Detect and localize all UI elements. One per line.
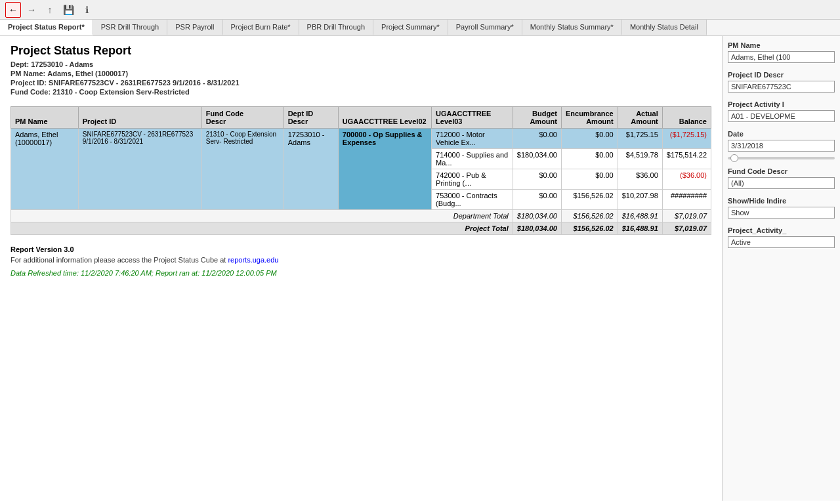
dept-total-balance: $7,019.07: [662, 210, 711, 222]
cell-fund-code: 21310 - Coop Extension Serv- Restricted: [201, 129, 284, 210]
filter-label-6: Project_Activity_: [728, 226, 835, 234]
report-content: Project Status Report Dept: 17253010 - A…: [0, 36, 722, 501]
pm-name-meta: PM Name: Adams, Ethel (1000017): [10, 70, 711, 77]
filter-section-6: Project_Activity_Active: [728, 226, 835, 248]
filter-label-0: PM Name: [728, 41, 835, 49]
dept-total-encumbrance: $156,526.02: [561, 210, 618, 222]
tab-project-summary[interactable]: Project Summary*: [373, 20, 448, 35]
filter-section-4: Fund Code Descr(All): [728, 167, 835, 189]
cell-encumbrance: $0.00: [561, 129, 618, 149]
project-total-budget: $180,034.00: [513, 222, 561, 235]
report-timestamp: Data Refreshed time: 11/2/2020 7:46:20 A…: [10, 269, 711, 277]
fund-code-value: 21310 - Coop Extension Serv-Restricted: [52, 88, 189, 96]
col-level02: UGAACCTTREE Level02: [338, 107, 431, 129]
cell-encumbrance: $156,526.02: [561, 190, 618, 210]
filter-input-1[interactable]: SNIFARE677523C: [728, 81, 835, 93]
col-budget: BudgetAmount: [513, 107, 561, 129]
tab-psr-drill-through[interactable]: PSR Drill Through: [93, 20, 167, 35]
filter-section-0: PM NameAdams, Ethel (100: [728, 41, 835, 63]
project-id-label: Project ID:: [10, 79, 47, 87]
project-id-meta: Project ID: SNIFARE677523CV - 2631RE6775…: [10, 79, 711, 87]
cell-balance: $175,514.22: [662, 149, 711, 169]
cell-balance: #########: [662, 190, 711, 210]
save-button[interactable]: 💾: [60, 2, 76, 18]
filter-label-5: Show/Hide Indire: [728, 197, 835, 205]
cell-level02: 700000 - Op Supplies & Expenses: [338, 129, 431, 210]
filter-input-4[interactable]: (All): [728, 177, 835, 189]
tab-monthly-status-summary[interactable]: Monthly Status Summary*: [522, 20, 622, 35]
filter-label-4: Fund Code Descr: [728, 167, 835, 175]
report-note: For additional information please access…: [10, 256, 711, 264]
cell-level03: 714000 - Supplies and Ma...: [432, 149, 513, 169]
fund-code-label: Fund Code:: [10, 88, 51, 96]
dept-total-label: Department Total: [11, 210, 513, 222]
cell-balance: ($36.00): [662, 169, 711, 190]
tab-project-burn-rate[interactable]: Project Burn Rate*: [223, 20, 299, 35]
reports-link[interactable]: reports.uga.edu: [228, 256, 278, 264]
cell-level03: 753000 - Contracts (Budg...: [432, 190, 513, 210]
filter-input-2[interactable]: A01 - DEVELOPME: [728, 110, 835, 122]
project-total-encumbrance: $156,526.02: [561, 222, 618, 235]
filter-label-1: Project ID Descr: [728, 71, 835, 79]
cell-budget: $0.00: [513, 190, 561, 210]
filter-input-3[interactable]: 3/31/2018: [728, 140, 835, 152]
filter-section-3: Date3/31/2018: [728, 130, 835, 159]
dept-label: Dept:: [10, 60, 29, 68]
col-balance: Balance: [662, 107, 711, 129]
cell-actual: $1,725.15: [618, 129, 662, 149]
col-actual: ActualAmount: [618, 107, 662, 129]
cell-actual: $10,207.98: [618, 190, 662, 210]
cell-level03: 712000 - Motor Vehicle Ex...: [432, 129, 513, 149]
filter-input-5[interactable]: Show: [728, 207, 835, 219]
cell-level03: 742000 - Pub & Printing (…: [432, 169, 513, 190]
project-total-actual: $16,488.91: [618, 222, 662, 235]
tab-payroll-summary[interactable]: Payroll Summary*: [448, 20, 522, 35]
filter-input-0[interactable]: Adams, Ethel (100: [728, 51, 835, 63]
date-slider[interactable]: [728, 157, 835, 159]
filter-label-2: Project Activity I: [728, 100, 835, 108]
pm-name-value: Adams, Ethel (1000017): [47, 70, 128, 77]
pm-name-label: PM Name:: [10, 70, 45, 77]
dept-value: 17253010 - Adams: [31, 60, 93, 68]
up-button[interactable]: ↑: [42, 2, 58, 18]
tab-project-status-report[interactable]: Project Status Report*: [0, 20, 93, 35]
tab-pbr-drill-through[interactable]: PBR Drill Through: [299, 20, 373, 35]
filter-section-2: Project Activity IA01 - DEVELOPME: [728, 100, 835, 122]
info-button[interactable]: ℹ: [79, 2, 94, 18]
col-project-id: Project ID: [78, 107, 201, 129]
back-button[interactable]: ←: [5, 2, 21, 18]
date-slider-thumb[interactable]: [730, 154, 738, 162]
project-total-balance: $7,019.07: [662, 222, 711, 235]
cell-balance: ($1,725.15): [662, 129, 711, 149]
project-total-label: Project Total: [11, 222, 513, 235]
tab-bar: Project Status Report* PSR Drill Through…: [0, 20, 840, 36]
filter-section-1: Project ID DescrSNIFARE677523C: [728, 71, 835, 93]
cell-encumbrance: $0.00: [561, 149, 618, 169]
cell-encumbrance: $0.00: [561, 169, 618, 190]
report-title: Project Status Report: [10, 44, 711, 58]
cell-dept-id: 17253010 - Adams: [284, 129, 338, 210]
col-encumbrance: EncumbranceAmount: [561, 107, 618, 129]
col-level03: UGAACCTTREE Level03: [432, 107, 513, 129]
report-footer: Report Version 3.0 For additional inform…: [10, 245, 711, 277]
cell-actual: $4,519.78: [618, 149, 662, 169]
project-id-value: SNIFARE677523CV - 2631RE677523 9/1/2016 …: [49, 79, 239, 87]
cell-budget: $180,034.00: [513, 149, 561, 169]
fund-code-meta: Fund Code: 21310 - Coop Extension Serv-R…: [10, 88, 711, 96]
report-table: PM Name Project ID Fund CodeDescr Dept I…: [10, 106, 711, 235]
col-dept-id: Dept ID Descr: [284, 107, 338, 129]
cell-budget: $0.00: [513, 169, 561, 190]
tab-psr-payroll[interactable]: PSR Payroll: [167, 20, 222, 35]
filter-section-5: Show/Hide IndireShow: [728, 197, 835, 219]
dept-total-budget: $180,034.00: [513, 210, 561, 222]
main-layout: Project Status Report Dept: 17253010 - A…: [0, 36, 840, 501]
cell-budget: $0.00: [513, 129, 561, 149]
dept-total-actual: $16,488.91: [618, 210, 662, 222]
tab-monthly-status-detail[interactable]: Monthly Status Detail: [622, 20, 707, 35]
cell-actual: $36.00: [618, 169, 662, 190]
right-panel: PM NameAdams, Ethel (100Project ID Descr…: [722, 36, 840, 501]
col-pm-name: PM Name: [11, 107, 79, 129]
filter-input-6[interactable]: Active: [728, 236, 835, 248]
forward-button[interactable]: →: [24, 2, 39, 18]
filter-label-3: Date: [728, 130, 835, 138]
